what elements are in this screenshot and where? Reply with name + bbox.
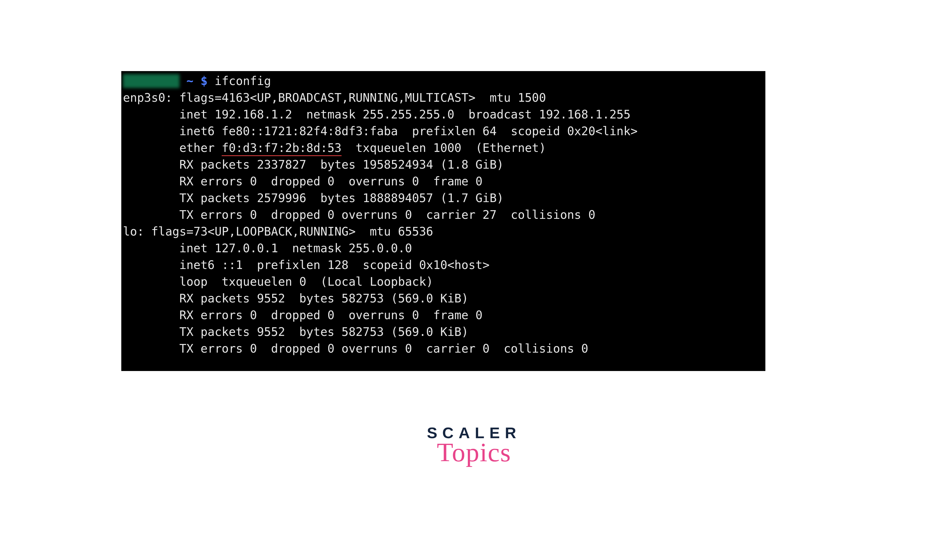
prompt-dollar: $ (200, 74, 208, 88)
output-line: TX packets 2579996 bytes 1888894057 (1.7… (121, 190, 765, 206)
page-canvas: ████████ ~ $ ifconfig enp3s0: flags=4163… (0, 0, 948, 560)
output-line: lo: flags=73<UP,LOOPBACK,RUNNING> mtu 65… (121, 223, 765, 240)
ether-prefix: ether (123, 141, 222, 155)
output-line: RX packets 2337827 bytes 1958524934 (1.8… (121, 156, 765, 173)
output-line: RX errors 0 dropped 0 overruns 0 frame 0 (121, 307, 765, 324)
prompt-line: ████████ ~ $ ifconfig (121, 73, 765, 89)
terminal-window: ████████ ~ $ ifconfig enp3s0: flags=4163… (121, 71, 765, 371)
prompt-tilde: ~ (186, 74, 194, 88)
branding-topics-text: Topics (427, 437, 521, 468)
output-line: enp3s0: flags=4163<UP,BROADCAST,RUNNING,… (121, 89, 765, 106)
output-line: TX errors 0 dropped 0 overruns 0 carrier… (121, 206, 765, 223)
output-line-mac: ether f0:d3:f7:2b:8d:53 txqueuelen 1000 … (121, 140, 765, 156)
output-line: TX errors 0 dropped 0 overruns 0 carrier… (121, 340, 765, 357)
output-line: RX errors 0 dropped 0 overruns 0 frame 0 (121, 173, 765, 190)
prompt-host: ████████ (123, 74, 179, 88)
output-line: inet 192.168.1.2 netmask 255.255.255.0 b… (121, 106, 765, 123)
output-line: inet 127.0.0.1 netmask 255.0.0.0 (121, 240, 765, 257)
ether-suffix: txqueuelen 1000 (Ethernet) (342, 141, 546, 155)
mac-address-highlight: f0:d3:f7:2b:8d:53 (222, 141, 342, 156)
output-line: RX packets 9552 bytes 582753 (569.0 KiB) (121, 290, 765, 307)
command-text: ifconfig (215, 74, 271, 88)
output-line: inet6 fe80::1721:82f4:8df3:faba prefixle… (121, 123, 765, 140)
output-line: loop txqueuelen 0 (Local Loopback) (121, 274, 765, 290)
output-line: inet6 ::1 prefixlen 128 scopeid 0x10<hos… (121, 257, 765, 274)
output-line: TX packets 9552 bytes 582753 (569.0 KiB) (121, 324, 765, 340)
branding-logo: SCALER Topics (427, 424, 521, 468)
